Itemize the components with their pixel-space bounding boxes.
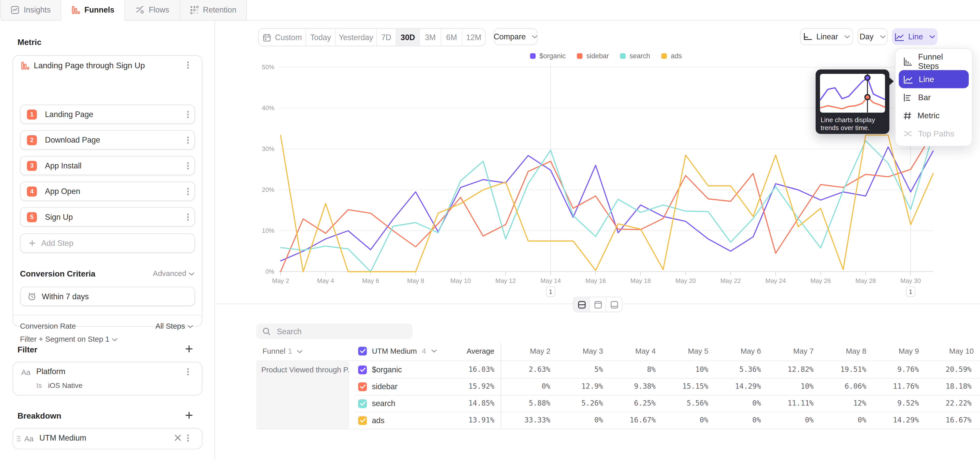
funnel-col-count: 1	[288, 347, 292, 356]
menu-item-bar[interactable]: Bar	[899, 88, 969, 106]
funnel-step-row[interactable]: 3App Install	[20, 156, 195, 175]
legend-item[interactable]: search	[620, 52, 650, 59]
line-icon	[903, 75, 913, 83]
date-column-header: May 7	[777, 343, 830, 359]
step-kebab-icon[interactable]	[186, 110, 189, 118]
legend-item[interactable]: ads	[662, 52, 682, 59]
row-series-cell[interactable]: ads	[358, 412, 384, 429]
search-input[interactable]	[275, 326, 403, 336]
series-sidebar	[281, 133, 933, 272]
average-value: 16.03%	[425, 361, 494, 378]
step-label: Download Page	[45, 136, 100, 144]
search-box[interactable]	[256, 324, 412, 339]
date-column-header: May 6	[724, 343, 777, 359]
tab-funnels[interactable]: Funnels	[61, 0, 125, 21]
step-kebab-icon[interactable]	[186, 136, 189, 144]
bar-icon	[903, 93, 913, 102]
value-cell: 12%	[830, 395, 866, 412]
svg-text:May 18: May 18	[630, 277, 651, 284]
filter-card[interactable]: Aa Platform Is iOS Native	[13, 362, 202, 396]
legend-item[interactable]: sidebar	[577, 52, 609, 59]
filter-segment-dropdown[interactable]: Filter + Segment on Step 1	[20, 335, 118, 343]
tab-label: Funnels	[84, 6, 115, 14]
select-all-checkbox[interactable]	[358, 347, 367, 356]
row-series-cell[interactable]: sidebar	[358, 378, 397, 395]
date-column-header: May 2	[514, 343, 566, 359]
filter-operator: Is	[36, 382, 42, 389]
tab-label: Flows	[149, 6, 169, 14]
annotation-badge[interactable]: 1	[906, 287, 915, 297]
value-cell: 14.29%	[724, 378, 761, 395]
step-label: App Open	[45, 187, 80, 195]
table-only-view-button[interactable]	[606, 297, 622, 311]
conversion-window-row[interactable]: Within 7 days	[20, 287, 195, 306]
svg-text:May 28: May 28	[856, 277, 876, 284]
add-step-button[interactable]: Add Step	[20, 233, 195, 253]
drag-handle-icon[interactable]	[16, 436, 21, 442]
funnel-step-row[interactable]: 1Landing Page	[20, 104, 195, 124]
advanced-label: Advanced	[153, 269, 186, 278]
close-icon[interactable]	[174, 434, 181, 441]
series-checkbox[interactable]	[358, 382, 367, 391]
tab-insights[interactable]: Insights	[0, 0, 61, 21]
breakdown-kebab-icon[interactable]	[187, 434, 189, 442]
funnel-column-header[interactable]: Funnel1	[262, 343, 302, 359]
line-chart[interactable]: 0%10%20%30%40%50%May 2May 4May 6May 8May…	[215, 0, 980, 313]
step-kebab-icon[interactable]	[186, 187, 189, 195]
add-breakdown-button[interactable]	[185, 411, 193, 419]
app-root: Insights Funnels Flows Retention Metric …	[0, 0, 980, 460]
sidebar: Metric Landing Page through Sign Up 1Lan…	[0, 21, 215, 460]
series-checkbox[interactable]	[358, 365, 367, 374]
add-filter-button[interactable]	[185, 345, 193, 353]
series-checkbox[interactable]	[358, 416, 367, 425]
row-series-cell[interactable]: search	[358, 395, 395, 412]
tooltip-mini-chart	[820, 74, 885, 113]
legend-item[interactable]: $organic	[530, 52, 566, 59]
value-cell: 14.29%	[883, 412, 919, 429]
breakdown-heading: Breakdown	[18, 411, 62, 421]
funnel-step-row[interactable]: 2Download Page	[20, 130, 195, 150]
annotation-badge[interactable]: 1	[546, 287, 555, 297]
value-cell: 22.22%	[935, 395, 972, 412]
filter-kebab-icon[interactable]	[187, 367, 189, 376]
tab-flows[interactable]: Flows	[125, 0, 180, 21]
value-cell: 18.18%	[935, 378, 972, 395]
step-kebab-icon[interactable]	[186, 161, 189, 170]
value-cell: 20.59%	[935, 361, 972, 378]
step-number-badge: 5	[27, 212, 37, 222]
conversion-rate-steps-dropdown[interactable]: All Steps	[156, 322, 193, 331]
tab-retention[interactable]: Retention	[180, 0, 247, 21]
svg-text:1: 1	[549, 288, 552, 295]
chart-only-view-button[interactable]	[590, 297, 606, 311]
average-value: 15.92%	[425, 378, 494, 395]
menu-item-metric[interactable]: Metric	[899, 106, 969, 125]
funnel-cell[interactable]: Product Viewed through P...	[256, 361, 349, 428]
view-table-icon	[610, 300, 618, 309]
menu-item-label: Funnel Steps	[918, 52, 964, 70]
value-cell: 0%	[777, 412, 814, 429]
series-checkbox[interactable]	[358, 399, 367, 408]
legend-swatch	[662, 53, 667, 59]
row-series-cell[interactable]: $organic	[358, 361, 402, 378]
flows-icon	[135, 6, 145, 14]
menu-item-line[interactable]: Line	[899, 70, 969, 88]
funnel-step-row[interactable]: 4App Open	[20, 181, 195, 201]
split-view-button[interactable]	[574, 297, 590, 311]
tooltip-text: Line charts display trends over time.	[821, 116, 887, 132]
tab-label: Retention	[203, 6, 236, 14]
advanced-dropdown[interactable]: Advanced	[153, 269, 194, 278]
menu-item-label: Top Paths	[918, 129, 955, 138]
filter-property-label: Platform	[36, 367, 65, 376]
menu-item-funnel-steps[interactable]: Funnel Steps	[899, 52, 969, 70]
average-column-header: Average	[425, 343, 494, 359]
funnel-step-row[interactable]: 5Sign Up	[20, 207, 195, 227]
date-column-header: May 10	[935, 343, 980, 359]
step-kebab-icon[interactable]	[186, 212, 189, 221]
all-steps-label: All Steps	[156, 322, 185, 331]
breakdown-card[interactable]: Aa UTM Medium	[13, 428, 202, 449]
tabbar: Insights Funnels Flows Retention	[0, 0, 247, 21]
legend-label: $organic	[539, 52, 566, 59]
value-cell: 16.67%	[619, 412, 655, 429]
funnel-kebab-icon[interactable]	[187, 61, 189, 70]
value-cell: 9.52%	[883, 395, 919, 412]
